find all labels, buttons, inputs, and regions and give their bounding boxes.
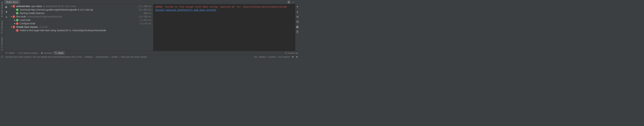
tree-label: Download https://services.gradle.org/dis… — [20, 8, 93, 11]
tree-label: Load build — [20, 19, 30, 22]
success-icon: OK — [16, 8, 18, 11]
tree-label: Run build — [16, 15, 26, 18]
status-bar: Syncing only active variant // You can d… — [0, 55, 300, 58]
console-error-line: ERROR: Failed to find target with hash s… — [155, 5, 293, 8]
status-message: Syncing only active variant // You can d… — [5, 56, 147, 58]
sidebar-tab-structure[interactable]: ⌬Z: Structure — [0, 19, 4, 35]
scroll-down-icon[interactable] — [296, 10, 299, 14]
context-value[interactable]: <no context> — [278, 56, 290, 58]
build-content: ▼!android-fido: sync failedat 2019/04/23… — [8, 4, 295, 51]
console-toolbar — [295, 4, 300, 51]
chevron-down-icon[interactable]: ▼ — [10, 16, 12, 18]
bottom-tabs: ☰TODO⎇9: Version Control▣Terminal🔨Build … — [4, 51, 300, 55]
build-toolbar: ✕ — [4, 4, 8, 51]
lock-icon[interactable] — [1, 56, 3, 58]
build-tree: ▼!android-fido: sync failedat 2019/04/23… — [8, 4, 153, 51]
tree-row[interactable]: ▼!Gradle Sync Issues:(1 error) — [8, 25, 153, 29]
memory-face-icon[interactable]: ☻ — [296, 55, 298, 58]
tab-icon: 🔨 — [55, 52, 58, 54]
print-icon[interactable] — [296, 25, 299, 28]
chevron-right-icon[interactable]: ▶ — [14, 19, 16, 21]
git-branch[interactable]: master ♦ — [259, 56, 267, 58]
tree-row[interactable]: ▼!android-fido: sync failedat 2019/04/23… — [8, 4, 153, 8]
tree-sub: /Users/nkjzm/Projects/android-fido — [27, 15, 62, 18]
tab-label: TODO — [8, 52, 14, 54]
tree-sub: at 2019/04/23 18:50 — [43, 5, 64, 8]
panel-tabbar: Build: Sync — — [4, 0, 295, 4]
trash-icon[interactable] — [296, 30, 299, 33]
scroll-up-icon[interactable] — [296, 5, 299, 8]
context-label: Context: — [268, 56, 276, 58]
error-icon: ! — [16, 29, 18, 32]
git-label: Git: — [254, 56, 258, 58]
svg-rect-2 — [296, 26, 298, 28]
tree-duration: 13 s 336 ms — [139, 15, 151, 18]
bottom-tab-todo[interactable]: ☰TODO — [4, 51, 16, 55]
tree-row[interactable]: !Failed to find target with hash string … — [8, 29, 153, 32]
chevron-down-icon[interactable]: ▼ — [10, 5, 12, 7]
tree-row[interactable]: OKDownload https://services.gradle.org/d… — [8, 8, 153, 12]
error-icon: ! — [16, 22, 18, 25]
tree-duration: 11 s 82 ms — [140, 22, 151, 25]
error-icon: ! — [12, 15, 15, 18]
tree-sub: (1 error) — [40, 26, 48, 28]
pin-icon[interactable] — [4, 10, 8, 14]
chevron-down-icon[interactable]: ▼ — [10, 26, 12, 28]
minimize-icon[interactable]: — — [291, 1, 295, 4]
ide-face-icon[interactable]: ☻ — [292, 55, 294, 58]
tree-label: Configure build — [20, 22, 35, 25]
left-sidebar: ▤Build Variants ⌬Z: Structure ★2: Favori… — [0, 0, 4, 55]
rerun-icon[interactable] — [4, 5, 8, 9]
tree-sub: with 1 error — [65, 5, 76, 8]
structure-icon: ⌬ — [1, 32, 3, 34]
tree-label: android-fido: sync failed — [16, 5, 42, 8]
tab-build-sync[interactable]: Build: Sync — [4, 0, 20, 4]
tree-label: Gradle Sync Issues: — [16, 26, 38, 28]
scroll-to-end-icon[interactable] — [296, 20, 299, 23]
event-log-tab[interactable]: Event Log — [284, 51, 300, 55]
settings-icon[interactable] — [287, 1, 291, 4]
tab-icon: ☰ — [6, 52, 8, 54]
success-icon: OK — [16, 12, 18, 14]
close-icon[interactable]: ✕ — [4, 15, 8, 19]
build-console: ERROR: Failed to find target with hash s… — [153, 4, 295, 51]
tab-icon: ⎇ — [18, 52, 20, 54]
tab-label: Terminal — [44, 52, 52, 54]
event-log-icon — [285, 52, 287, 54]
bottom-tab-terminal[interactable]: ▣Terminal — [39, 51, 53, 55]
tab-label: 9: Version Control — [21, 52, 38, 54]
tab-icon: ▣ — [41, 52, 43, 54]
console-install-link[interactable]: Install missing platform(s) and sync pro… — [155, 8, 293, 12]
tree-row[interactable]: ▼!Run build/Users/nkjzm/Projects/android… — [8, 15, 153, 18]
svg-point-0 — [288, 2, 289, 2]
favorites-icon: ★ — [1, 49, 3, 51]
error-icon: ! — [12, 5, 15, 8]
success-icon: OK — [16, 19, 18, 22]
error-icon: ! — [12, 26, 15, 28]
sidebar-tab-favorites[interactable]: ★2: Favorites — [0, 36, 4, 52]
tree-row[interactable]: ▶OKLoad build1 s 401 ms — [8, 18, 153, 22]
tree-duration: 900 ms — [144, 12, 151, 14]
bottom-tab-build[interactable]: 🔨Build — [53, 51, 64, 55]
tree-duration: 27 s 499 ms — [139, 5, 151, 8]
bottom-tab-9-version-control[interactable]: ⎇9: Version Control — [16, 51, 39, 55]
build-variants-icon: ▤ — [1, 15, 3, 17]
tree-label: Starting Gradle Daemon — [20, 12, 44, 14]
tree-row[interactable]: ▶!Configure build11 s 82 ms — [8, 22, 153, 25]
tab-label: Build — [58, 52, 63, 54]
tree-label: Failed to find target with hash string '… — [20, 29, 106, 32]
soft-wrap-icon[interactable] — [296, 15, 299, 18]
tree-duration: 10 s 891 ms — [139, 8, 151, 11]
tree-duration: 1 s 401 ms — [140, 19, 151, 22]
chevron-right-icon[interactable]: ▶ — [14, 22, 16, 24]
tree-row[interactable]: OKStarting Gradle Daemon900 ms — [8, 12, 153, 15]
sidebar-tab-build-variants[interactable]: ▤Build Variants — [0, 0, 4, 19]
